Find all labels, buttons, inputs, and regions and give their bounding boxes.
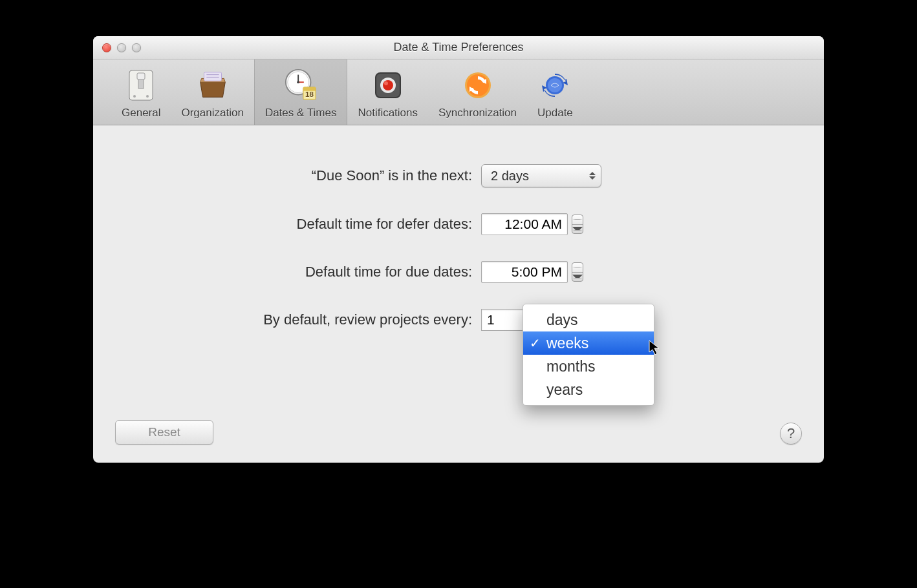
due-time-stepper[interactable] — [572, 262, 583, 282]
svg-text:18: 18 — [305, 90, 314, 98]
menu-item-label: years — [546, 381, 583, 399]
review-label: By default, review projects every: — [119, 311, 481, 328]
toolbar-label: Update — [537, 107, 573, 120]
popup-arrows-icon — [588, 172, 597, 180]
checkmark-icon: ✓ — [530, 335, 541, 351]
toolbar-item-dates-times[interactable]: 18 Dates & Times — [254, 59, 348, 125]
svg-point-4 — [146, 95, 149, 98]
defer-time-label: Default time for defer dates: — [119, 216, 481, 233]
defer-time-row: Default time for defer dates: — [119, 213, 798, 235]
due-time-input[interactable] — [481, 261, 568, 283]
stepper-down-icon — [572, 273, 583, 282]
toolbar-label: Dates & Times — [265, 107, 337, 120]
due-time-label: Default time for due dates: — [119, 264, 481, 280]
reset-label: Reset — [148, 425, 180, 439]
toolbar-item-synchronization[interactable]: Synchronization — [428, 59, 527, 125]
menu-item-label: months — [546, 358, 595, 375]
reset-button[interactable]: Reset — [115, 420, 213, 445]
toolbar-label: Organization — [181, 107, 243, 120]
drawer-icon — [195, 68, 230, 103]
review-unit-menu: days ✓ weeks months years — [523, 304, 654, 406]
toolbar-label: Synchronization — [438, 107, 517, 120]
due-soon-popup[interactable]: 2 days — [481, 164, 601, 187]
due-time-row: Default time for due dates: — [119, 261, 798, 283]
review-row: By default, review projects every: — [119, 309, 798, 331]
svg-point-24 — [548, 78, 562, 92]
svg-rect-2 — [137, 73, 145, 79]
due-soon-row: “Due Soon” is in the next: 2 days — [119, 164, 798, 187]
svg-rect-5 — [204, 72, 221, 81]
svg-point-3 — [133, 95, 136, 98]
update-icon — [537, 68, 572, 103]
defer-time-input[interactable] — [481, 213, 568, 235]
toolbar-item-notifications[interactable]: Notifications — [347, 59, 428, 125]
toolbar-item-general[interactable]: General — [111, 59, 171, 125]
stepper-down-icon — [572, 225, 583, 234]
menu-item-label: days — [546, 311, 578, 329]
due-soon-value: 2 days — [491, 169, 529, 184]
titlebar: Date & Time Preferences — [93, 36, 824, 59]
toolbar-label: Notifications — [358, 107, 418, 120]
toolbar-label: General — [122, 107, 160, 120]
preferences-window: Date & Time Preferences General — [93, 36, 824, 463]
defer-time-stepper[interactable] — [572, 215, 583, 234]
due-soon-label: “Due Soon” is in the next: — [119, 167, 481, 184]
menu-item-years[interactable]: years — [523, 378, 654, 401]
stepper-up-icon — [572, 263, 583, 273]
toolbar: General Organization — [93, 59, 824, 125]
menu-item-days[interactable]: days — [523, 308, 654, 331]
toolbar-item-organization[interactable]: Organization — [171, 59, 254, 125]
svg-point-20 — [384, 81, 388, 85]
switch-icon — [124, 68, 158, 103]
help-label: ? — [787, 425, 795, 442]
sync-icon — [460, 68, 495, 103]
stepper-up-icon — [572, 215, 583, 225]
record-icon — [371, 68, 405, 103]
toolbar-item-update[interactable]: Update — [527, 59, 583, 125]
menu-item-months[interactable]: months — [523, 355, 654, 378]
clock-calendar-icon: 18 — [283, 68, 318, 103]
window-title: Date & Time Preferences — [93, 41, 824, 54]
help-button[interactable]: ? — [780, 423, 802, 445]
svg-point-19 — [383, 80, 393, 90]
menu-item-weeks[interactable]: ✓ weeks — [523, 331, 654, 355]
svg-point-12 — [297, 81, 299, 83]
preferences-content: “Due Soon” is in the next: 2 days Defaul… — [93, 125, 824, 463]
menu-item-label: weeks — [546, 335, 588, 352]
